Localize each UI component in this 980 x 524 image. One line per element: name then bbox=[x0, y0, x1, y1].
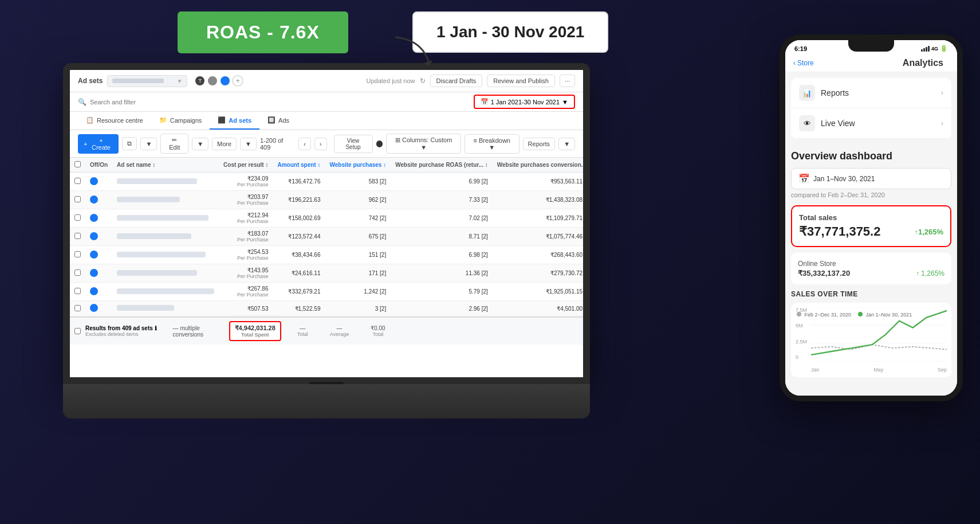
more-chevron-btn[interactable]: ▼ bbox=[240, 138, 257, 150]
tab-ads[interactable]: 🔲 Ads bbox=[259, 112, 297, 130]
review-publish-btn[interactable]: Review and Publish bbox=[487, 75, 555, 87]
results-count: Results from 409 ad sets ℹ bbox=[85, 325, 157, 331]
adset-select[interactable]: ▼ bbox=[107, 75, 187, 87]
th-purchases[interactable]: Website purchases ↕ bbox=[325, 158, 391, 173]
table-row: ₹212.94 Per Purchase ₹158,002.69 742 [2]… bbox=[70, 209, 583, 228]
duplicate-chevron-btn[interactable]: ▼ bbox=[140, 138, 157, 150]
table-row: ₹143.95 Per Purchase ₹24,616.11 171 [2] … bbox=[70, 264, 583, 283]
edit-btn[interactable]: ✏ Edit bbox=[160, 134, 188, 154]
prev-page-btn[interactable]: ‹ bbox=[298, 138, 311, 150]
date-range-btn[interactable]: 📅 1 Jan 2021-30 Nov 2021 ▼ bbox=[474, 95, 575, 109]
td-checkbox[interactable] bbox=[70, 283, 85, 301]
td-checkbox[interactable] bbox=[70, 264, 85, 283]
signal-info: 4G 🔋 bbox=[921, 45, 948, 52]
td-toggle[interactable] bbox=[85, 191, 112, 209]
td-cost: ₹507.53 bbox=[219, 301, 273, 316]
td-toggle[interactable] bbox=[85, 301, 112, 316]
td-toggle[interactable] bbox=[85, 264, 112, 283]
edit-chevron-btn[interactable]: ▼ bbox=[192, 138, 208, 150]
toggle-switch[interactable] bbox=[90, 214, 98, 222]
td-purchases: 171 [2] bbox=[325, 264, 391, 283]
td-roas: 11.36 [2] bbox=[391, 264, 493, 283]
td-purchases: 3 [2] bbox=[325, 301, 391, 316]
toggle-switch[interactable] bbox=[90, 287, 98, 295]
th-checkbox[interactable] bbox=[70, 158, 85, 173]
more-btn[interactable]: More bbox=[212, 138, 237, 150]
back-btn[interactable]: ‹ Store bbox=[793, 59, 814, 67]
toolbar-left: Ad sets ▼ T + bbox=[78, 75, 362, 87]
view-setup-btn[interactable]: View Setup bbox=[334, 135, 373, 153]
td-checkbox[interactable] bbox=[70, 173, 85, 191]
td-toggle[interactable] bbox=[85, 228, 112, 246]
td-checkbox[interactable] bbox=[70, 209, 85, 228]
reports-menu-item[interactable]: 📊 Reports › bbox=[791, 78, 951, 108]
total-spent-highlight: ₹4,942,031.28 Total Spent bbox=[229, 321, 281, 341]
duplicate-btn[interactable]: ⧉ bbox=[122, 137, 137, 150]
table-row: ₹254.53 Per Purchase ₹38,434.66 151 [2] … bbox=[70, 246, 583, 264]
refresh-icon[interactable]: ↻ bbox=[420, 77, 426, 85]
breakdown-btn[interactable]: ≡ Breakdown ▼ bbox=[465, 134, 519, 154]
td-checkbox[interactable] bbox=[70, 301, 85, 316]
total-sales-card: Total sales ₹37,771,375.2 ↑1,265% bbox=[791, 205, 951, 247]
td-amount: ₹123,572.44 bbox=[273, 228, 325, 246]
td-name bbox=[112, 264, 219, 283]
td-toggle[interactable] bbox=[85, 209, 112, 228]
th-conversion[interactable]: Website purchases conversion... ↕ bbox=[493, 158, 583, 173]
toggle-switch[interactable] bbox=[90, 232, 98, 240]
footer-checkbox[interactable] bbox=[74, 328, 81, 334]
toggle-switch[interactable] bbox=[90, 269, 98, 277]
online-store-change: ↑ 1,265% bbox=[916, 269, 944, 277]
calendar-icon: 📅 bbox=[798, 173, 810, 184]
td-amount: ₹332,679.21 bbox=[273, 283, 325, 301]
td-checkbox[interactable] bbox=[70, 228, 85, 246]
fb-toolbar: Ad sets ▼ T + Updated just bbox=[70, 70, 583, 92]
td-conversion: ₹1,109,279.71 [2] bbox=[493, 209, 583, 228]
td-checkbox[interactable] bbox=[70, 246, 85, 264]
toggle-switch[interactable] bbox=[90, 251, 98, 259]
tab-campaigns[interactable]: 📁 Campaigns bbox=[151, 112, 210, 130]
th-cost[interactable]: Cost per result ↕ bbox=[219, 158, 273, 173]
td-toggle[interactable] bbox=[85, 173, 112, 191]
td-toggle[interactable] bbox=[85, 246, 112, 264]
td-roas: 6.99 [2] bbox=[391, 173, 493, 191]
table-row: ₹507.53 ₹1,522.59 3 [2] 2.96 [2] ₹4,501.… bbox=[70, 301, 583, 316]
reports-chevron-btn[interactable]: ▼ bbox=[558, 138, 575, 150]
online-store-card: Online Store ₹35,332,137.20 ↑ 1,265% bbox=[791, 253, 951, 284]
nav-tabs: 📋 Resource centre 📁 Campaigns ⬛ Ad sets … bbox=[70, 112, 583, 130]
roas-text: ROAS - 7.6X bbox=[206, 22, 320, 42]
toggle-switch[interactable] bbox=[90, 195, 98, 204]
tab-adsets[interactable]: ⬛ Ad sets bbox=[210, 112, 259, 130]
add-avatar-btn[interactable]: + bbox=[232, 75, 243, 87]
conversion-total: ₹0.00 Total bbox=[371, 325, 385, 337]
fb-ads-manager: Ad sets ▼ T + Updated just bbox=[70, 70, 583, 377]
next-page-btn[interactable]: › bbox=[314, 138, 327, 150]
date-selector[interactable]: 📅 Jan 1–Nov 30, 2021 bbox=[791, 168, 951, 189]
th-name[interactable]: Ad set name ↕ bbox=[112, 158, 219, 173]
tab-resource-centre[interactable]: 📋 Resource centre bbox=[78, 112, 151, 130]
excludes-label: Excludes deleted items bbox=[85, 331, 157, 337]
total-sales-value: ₹37,771,375.2 bbox=[799, 224, 880, 239]
search-input[interactable] bbox=[90, 99, 176, 105]
battery-icon: 🔋 bbox=[940, 45, 948, 52]
more-options-btn[interactable]: ··· bbox=[560, 75, 575, 87]
toggle-switch[interactable] bbox=[90, 304, 98, 312]
td-checkbox[interactable] bbox=[70, 191, 85, 209]
create-btn[interactable]: + + Create bbox=[78, 134, 119, 154]
th-amount[interactable]: Amount spent ↕ bbox=[273, 158, 325, 173]
td-toggle[interactable] bbox=[85, 283, 112, 301]
live-view-menu-item[interactable]: 👁 Live View › bbox=[791, 108, 951, 139]
columns-btn[interactable]: ⊞ Columns: Custom ▼ bbox=[386, 134, 461, 154]
action-bar: + + Create ⧉ ▼ ✏ Edit ▼ More ▼ 1-200 of … bbox=[70, 130, 583, 158]
y-label-1: 7.5M bbox=[796, 307, 807, 313]
pagination-text: 1-200 of 409 bbox=[260, 137, 295, 151]
th-roas[interactable]: Website purchase ROAS (retur... ↕ bbox=[391, 158, 493, 173]
back-label: Store bbox=[797, 59, 814, 67]
reports-btn[interactable]: Reports bbox=[523, 138, 556, 150]
toggle-switch[interactable] bbox=[90, 177, 98, 185]
y-label-3: 2.5M bbox=[796, 339, 807, 345]
ads-icon: 🔲 bbox=[267, 116, 275, 124]
discard-drafts-btn[interactable]: Discard Drafts bbox=[430, 75, 483, 87]
table-row: ₹234.09 Per Purchase ₹136,472.76 583 [2]… bbox=[70, 173, 583, 191]
overview-section: Overview dashboard 📅 Jan 1–Nov 30, 2021 … bbox=[785, 139, 957, 284]
bar-1 bbox=[921, 49, 923, 52]
